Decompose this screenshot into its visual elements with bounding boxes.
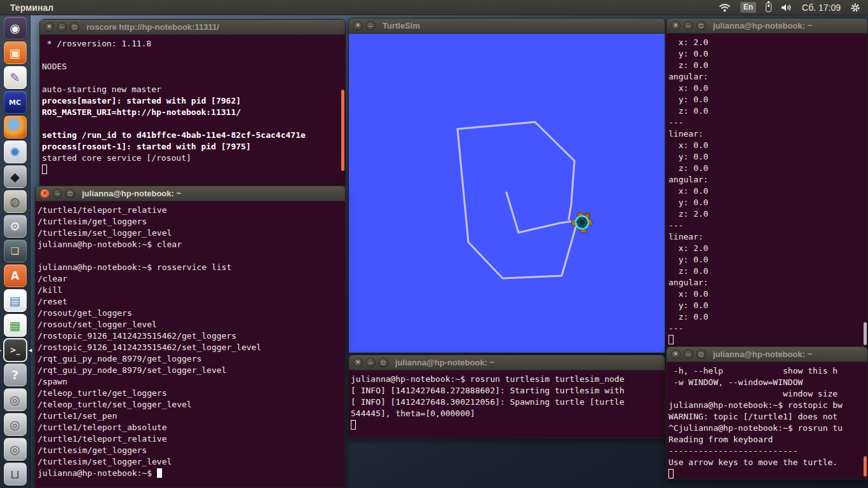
terminal-line: /turtlesim/set_logger_level bbox=[37, 227, 345, 239]
scrollbar-thumb[interactable] bbox=[341, 90, 344, 171]
titlebar[interactable]: julianna@hp-notebook: ~ bbox=[349, 355, 665, 370]
terminal-line bbox=[42, 164, 345, 175]
titlebar[interactable]: julianna@hp-notebook: ~ bbox=[667, 18, 867, 34]
indicator-area: En Сб. 17:09 bbox=[719, 2, 868, 13]
terminal-line: /turtle1/teleport_absolute bbox=[37, 422, 345, 433]
close-button[interactable] bbox=[353, 21, 363, 30]
titlebar[interactable]: julianna@hp-notebook: ~ bbox=[36, 186, 345, 201]
minimize-button[interactable] bbox=[684, 21, 693, 30]
titlebar[interactable]: TurtleSim bbox=[349, 18, 665, 34]
minimize-button[interactable] bbox=[57, 22, 67, 32]
keyboard-layout-indicator[interactable]: En bbox=[740, 2, 756, 13]
terminal-content[interactable]: julianna@hp-notebook:~$ rosrun turtlesim… bbox=[349, 370, 665, 438]
launcher-system-settings[interactable]: ⚙ bbox=[4, 215, 27, 238]
launcher-disk-1[interactable]: ◎ bbox=[4, 388, 27, 411]
maximize-button[interactable] bbox=[379, 358, 388, 367]
session-gear-icon[interactable] bbox=[850, 3, 860, 13]
terminal-line: -w WINDOW, --window=WINDOW bbox=[668, 377, 867, 388]
window-rostopic-echo: julianna@hp-notebook: ~ x: 2.0 y: 0.0 z:… bbox=[666, 18, 868, 346]
terminal-line: /clear bbox=[37, 273, 345, 285]
midnight-commander-icon: MC bbox=[9, 99, 21, 106]
terminal-line: /teleop_turtle/set_logger_level bbox=[37, 399, 345, 410]
launcher-trash[interactable]: ⊔ bbox=[4, 463, 27, 485]
window-title: julianna@hp-notebook: ~ bbox=[82, 189, 181, 198]
terminal-line: /reset bbox=[37, 296, 345, 308]
terminal-line: z: 0.0 bbox=[668, 163, 867, 174]
turtlesim-canvas bbox=[349, 34, 665, 353]
window-rosservice: julianna@hp-notebook: ~ /turtle1/telepor… bbox=[35, 186, 346, 488]
close-button[interactable] bbox=[671, 21, 681, 30]
help-icon: ? bbox=[11, 369, 18, 381]
battery-icon[interactable] bbox=[766, 3, 771, 12]
terminal-line: y: 0.0 bbox=[668, 94, 867, 105]
window-turtlesim-node: julianna@hp-notebook: ~ julianna@hp-note… bbox=[348, 355, 665, 438]
window-teleop: julianna@hp-notebook: ~ -h, --help show … bbox=[666, 346, 868, 480]
gimp-icon: ◍ bbox=[10, 196, 20, 208]
terminal-line: Reading from keyboard bbox=[668, 434, 867, 445]
launcher-software-center[interactable]: A bbox=[4, 264, 27, 287]
volume-icon[interactable] bbox=[781, 3, 792, 12]
terminal-line: ^Cjulianna@hp-notebook:~$ rosrun tu bbox=[668, 423, 867, 434]
close-button[interactable] bbox=[671, 349, 681, 359]
terminal-line: window size bbox=[668, 388, 867, 400]
terminal-line: linear: bbox=[668, 128, 867, 140]
maximize-button[interactable] bbox=[696, 21, 706, 30]
minimize-button[interactable] bbox=[53, 189, 62, 198]
launcher-disk-3[interactable]: ◎ bbox=[4, 438, 27, 461]
launcher-text-editor[interactable]: ✎ bbox=[4, 66, 27, 89]
terminal-content[interactable]: /turtle1/teleport_relative/turtlesim/get… bbox=[36, 201, 345, 487]
clock[interactable]: Сб. 17:09 bbox=[802, 3, 841, 13]
minimize-button[interactable] bbox=[684, 349, 693, 359]
terminal-line: /spawn bbox=[37, 376, 345, 388]
terminal-line: julianna@hp-notebook:~$ bbox=[37, 468, 345, 479]
launcher-terminal[interactable]: >_ bbox=[4, 339, 27, 362]
terminal-line bbox=[42, 118, 345, 130]
scrollbar-thumb[interactable] bbox=[864, 322, 867, 345]
turtle-icon bbox=[567, 207, 597, 237]
close-button[interactable] bbox=[353, 358, 363, 367]
terminal-line: z: 0.0 bbox=[668, 105, 867, 117]
launcher-help[interactable]: ? bbox=[4, 363, 27, 386]
terminal-line: [ INFO] [1412427648.300212056]: Spawning… bbox=[351, 396, 665, 408]
window-turtlesim: TurtleSim bbox=[348, 18, 665, 353]
launcher-firefox[interactable] bbox=[4, 116, 27, 139]
close-button[interactable] bbox=[44, 22, 54, 32]
launcher-files[interactable]: ▣ bbox=[4, 41, 27, 64]
terminal-content[interactable]: x: 2.0 y: 0.0 z: 0.0angular: x: 0.0 y: 0… bbox=[667, 34, 867, 346]
files-icon: ▣ bbox=[10, 47, 21, 59]
terminal-content[interactable]: * /rosversion: 1.11.8NODESauto-starting … bbox=[40, 35, 345, 185]
maximize-button[interactable] bbox=[696, 349, 706, 359]
terminal-line: y: 0.0 bbox=[668, 300, 867, 311]
terminal-line: y: 0.0 bbox=[668, 151, 867, 163]
terminal-cursor bbox=[42, 165, 47, 174]
titlebar[interactable]: julianna@hp-notebook: ~ bbox=[667, 347, 867, 362]
maximize-button[interactable] bbox=[65, 189, 75, 198]
terminal-line: /turtle1/set_pen bbox=[37, 410, 345, 422]
launcher-libreoffice-calc[interactable]: ▦ bbox=[4, 314, 27, 337]
terminal-line: setting /run_id to d41bffce-4bab-11e4-82… bbox=[42, 130, 345, 141]
minimize-button[interactable] bbox=[366, 358, 376, 367]
launcher-midnight-commander[interactable]: MC bbox=[4, 91, 27, 114]
terminal-line: z: 0.0 bbox=[668, 266, 867, 277]
launcher-photo-manager[interactable]: ✺ bbox=[4, 140, 27, 163]
launcher-inkscape[interactable]: ◆ bbox=[4, 165, 27, 188]
launcher-libreoffice-impress[interactable]: ▤ bbox=[4, 289, 27, 312]
terminal-line: angular: bbox=[668, 174, 867, 186]
titlebar[interactable]: roscore http://hp-notebook:11311/ bbox=[40, 20, 345, 35]
launcher-remote-desktop[interactable]: ❑ bbox=[4, 240, 27, 262]
terminal-line: started core service [/rosout] bbox=[42, 152, 345, 164]
close-button[interactable] bbox=[40, 189, 50, 198]
launcher-dash-home[interactable]: ◉ bbox=[4, 17, 27, 39]
terminal-line: angular: bbox=[668, 277, 867, 288]
launcher-disk-2[interactable]: ◎ bbox=[4, 413, 27, 436]
scrollbar-thumb[interactable] bbox=[864, 456, 867, 477]
launcher-gimp[interactable]: ◍ bbox=[4, 190, 27, 213]
terminal-line: /turtle1/teleport_relative bbox=[37, 433, 345, 445]
wifi-icon[interactable] bbox=[719, 3, 731, 12]
minimize-button[interactable] bbox=[366, 21, 376, 30]
terminal-content[interactable]: -h, --help show this h -w WINDOW, --wind… bbox=[667, 362, 867, 479]
photo-manager-icon: ✺ bbox=[10, 146, 20, 158]
terminal-line: y: 0.0 bbox=[668, 197, 867, 208]
maximize-button[interactable] bbox=[70, 22, 79, 32]
terminal-line: Use arrow keys to move the turtle. bbox=[668, 457, 867, 468]
